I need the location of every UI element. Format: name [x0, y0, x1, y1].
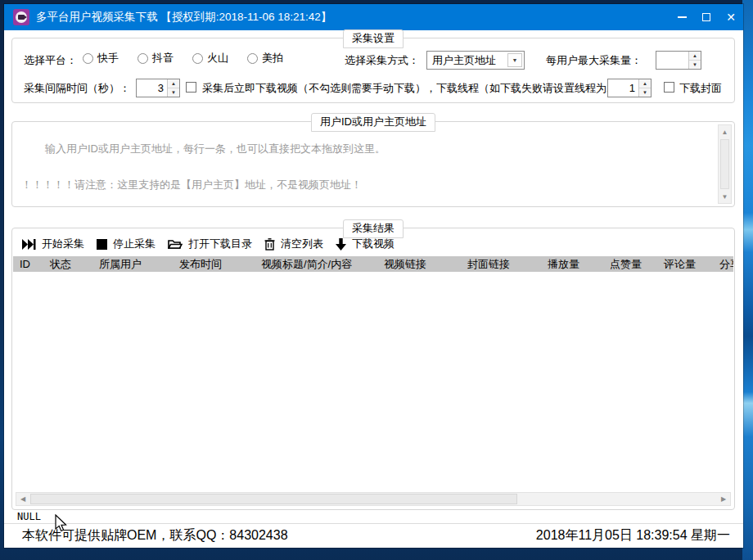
radio-platform-meipai[interactable]: 美拍 — [247, 51, 283, 65]
download-videos-button[interactable]: 下载视频 — [336, 237, 395, 251]
start-collect-button[interactable]: 开始采集 — [22, 237, 84, 251]
toolbar-button-label: 停止采集 — [113, 237, 156, 251]
results-table-header: ID 状态 所属用户 发布时间 视频标题/简介/内容 视频链接 封面链接 播放量… — [13, 256, 733, 272]
hint-line-2: ！！！！！请注意：这里支持的是【用户主页】地址，不是视频页地址！ — [21, 178, 709, 191]
radio-platform-kuaishou[interactable]: 快手 — [83, 51, 119, 65]
video-camera-icon — [18, 15, 25, 20]
results-table-body[interactable] — [13, 272, 733, 490]
column-header-status[interactable]: 状态 — [43, 256, 92, 272]
radio-label: 抖音 — [152, 51, 174, 65]
scroll-down-icon[interactable]: ▼ — [719, 190, 731, 203]
radio-platform-huoshan[interactable]: 火山 — [192, 51, 228, 65]
radio-platform-douyin[interactable]: 抖音 — [138, 51, 174, 65]
clear-list-button[interactable]: 清空列表 — [264, 237, 323, 251]
minimize-button[interactable] — [670, 4, 694, 30]
maximize-icon — [702, 13, 710, 21]
column-header-publish-time[interactable]: 发布时间 — [173, 256, 255, 272]
scrollbar-track[interactable] — [29, 493, 717, 505]
group-label-user-input: 用户ID或用户主页地址 — [311, 113, 435, 132]
toolbar-button-label: 开始采集 — [42, 237, 84, 251]
column-header-id[interactable]: ID — [13, 256, 43, 272]
title-bar: 多平台用户视频采集下载 【授权到期:2018-11-06 18:21:42】 ✕ — [4, 4, 743, 30]
desktop-wallpaper-strip — [742, 0, 753, 560]
datetime-text: 2018年11月05日 18:39:54 星期一 — [536, 527, 730, 544]
scroll-up-icon[interactable]: ▲ — [719, 125, 731, 138]
auto-download-label: 采集后立即下载视频（不勾选则需要手动下载），下载线程（如下载失败请设置线程为1）… — [202, 79, 634, 97]
app-window: 多平台用户视频采集下载 【授权到期:2018-11-06 18:21:42】 ✕… — [4, 4, 743, 548]
stop-collect-button[interactable]: 停止采集 — [97, 237, 156, 251]
platform-label: 选择平台： — [24, 51, 77, 70]
column-header-video-link[interactable]: 视频链接 — [377, 256, 461, 272]
spinner-up-icon[interactable]: ▲ — [168, 79, 179, 88]
threads-value[interactable]: 1 — [608, 79, 638, 97]
column-header-cover-link[interactable]: 封面链接 — [461, 256, 541, 272]
group-user-input: 用户ID或用户主页地址 输入用户ID或用户主页地址，每行一条，也可以直接把文本拖… — [11, 121, 735, 207]
radio-label: 快手 — [97, 51, 119, 65]
method-label: 选择采集方式： — [345, 51, 419, 70]
toolbar-button-label: 清空列表 — [281, 237, 323, 251]
spinner-up-icon[interactable]: ▲ — [689, 52, 701, 61]
download-arrow-icon — [336, 238, 346, 251]
column-header-plays[interactable]: 播放量 — [541, 256, 603, 272]
radio-icon — [247, 53, 258, 64]
column-header-likes[interactable]: 点赞量 — [603, 256, 657, 272]
app-icon — [13, 9, 29, 25]
interval-stepper[interactable]: 3 ▲▼ — [136, 79, 180, 97]
column-header-comments[interactable]: 评论量 — [657, 256, 713, 272]
chevron-down-icon[interactable]: ▼ — [507, 53, 522, 67]
threads-stepper[interactable]: 1 ▲▼ — [607, 79, 652, 97]
trash-icon — [264, 238, 275, 251]
mouse-cursor — [55, 514, 68, 533]
max-per-user-value[interactable] — [656, 52, 688, 69]
radio-icon — [192, 53, 203, 64]
close-icon: ✕ — [726, 11, 736, 23]
close-button[interactable]: ✕ — [719, 4, 743, 30]
stop-icon — [97, 239, 107, 250]
max-per-user-label: 每用户最大采集量： — [546, 51, 642, 70]
hint-line-1: 输入用户ID或用户主页地址，每行一条，也可以直接把文本拖放到这里。 — [45, 142, 386, 155]
radio-icon — [138, 53, 148, 64]
group-label-results: 采集结果 — [343, 219, 404, 238]
results-toolbar: 开始采集 停止采集 打开下载目录 — [22, 234, 395, 254]
download-cover-checkbox[interactable] — [664, 82, 674, 93]
results-horizontal-scrollbar[interactable]: ◀ ▶ — [16, 492, 731, 506]
column-header-user[interactable]: 所属用户 — [92, 256, 173, 272]
scrollbar-thumb[interactable] — [30, 494, 517, 504]
folder-open-icon — [168, 238, 183, 250]
scrollbar-thumb[interactable] — [720, 139, 729, 189]
footer-bar: 本软件可提供贴牌OEM，联系QQ：84302438 2018年11月05日 18… — [4, 523, 743, 548]
group-label-settings: 采集设置 — [343, 29, 404, 48]
group-collect-settings: 采集设置 选择平台： 快手 抖音 火山 美拍 — [11, 38, 735, 103]
toolbar-button-label: 打开下载目录 — [188, 237, 252, 251]
textarea-vertical-scrollbar[interactable]: ▲ ▼ — [718, 124, 732, 204]
interval-value[interactable]: 3 — [137, 79, 167, 97]
radio-icon — [83, 53, 93, 64]
status-text: NULL — [17, 511, 41, 522]
radio-label: 火山 — [207, 51, 228, 65]
scroll-right-icon[interactable]: ▶ — [717, 493, 730, 505]
open-download-folder-button[interactable]: 打开下载目录 — [168, 237, 252, 251]
column-header-title[interactable]: 视频标题/简介/内容 — [255, 256, 377, 272]
radio-label: 美拍 — [262, 51, 283, 65]
spinner-down-icon[interactable]: ▼ — [639, 88, 651, 97]
toolbar-button-label: 下载视频 — [352, 237, 395, 251]
spinner-up-icon[interactable]: ▲ — [639, 79, 651, 88]
interval-label: 采集间隔时间（秒）： — [24, 79, 130, 97]
spinner-down-icon[interactable]: ▼ — [689, 61, 701, 69]
user-id-hint-text: 输入用户ID或用户主页地址，每行一条，也可以直接把文本拖放到这里。 ！！！！！请… — [21, 130, 709, 204]
column-header-shares[interactable]: 分享量 — [713, 256, 733, 272]
max-per-user-stepper[interactable]: ▲▼ — [656, 51, 701, 70]
skip-end-icon — [22, 239, 36, 250]
platform-radio-group: 快手 抖音 火山 美拍 — [83, 51, 283, 65]
auto-download-checkbox[interactable] — [186, 82, 196, 93]
minimize-icon — [678, 16, 687, 18]
maximize-button[interactable] — [694, 4, 719, 30]
group-collect-results: 采集结果 开始采集 停止采集 打开下载目录 — [11, 228, 735, 510]
download-cover-label: 下载封面 — [679, 79, 722, 97]
user-id-textarea[interactable]: 输入用户ID或用户主页地址，每行一条，也可以直接把文本拖放到这里。 ！！！！！请… — [15, 124, 732, 204]
collect-method-select[interactable]: 用户主页地址 ▼ — [426, 51, 525, 70]
collect-method-value: 用户主页地址 — [427, 53, 507, 68]
window-title: 多平台用户视频采集下载 【授权到期:2018-11-06 18:21:42】 — [36, 10, 331, 25]
scroll-left-icon[interactable]: ◀ — [16, 493, 29, 505]
spinner-down-icon[interactable]: ▼ — [168, 88, 179, 97]
